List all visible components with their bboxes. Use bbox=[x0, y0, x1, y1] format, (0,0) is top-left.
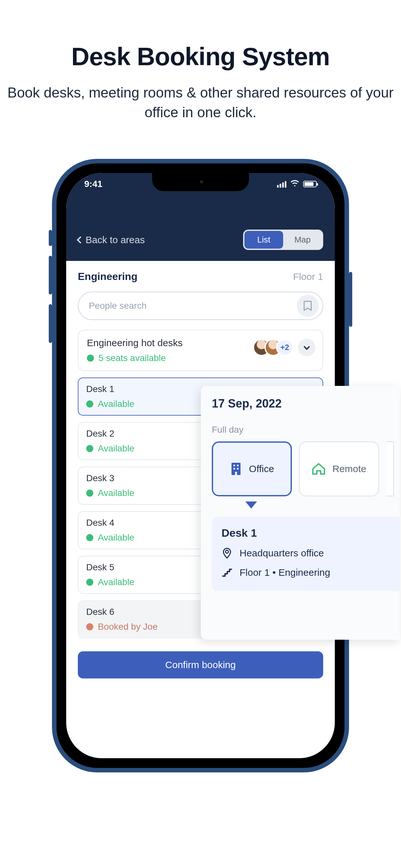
phone-silence-switch bbox=[49, 230, 52, 246]
selected-desk-name: Desk 1 bbox=[221, 527, 390, 539]
status-dot-icon bbox=[86, 445, 93, 452]
status-dot-icon bbox=[86, 400, 93, 407]
booking-popover: 17 Sep, 2022 Full day Office Remote Desk… bbox=[201, 386, 400, 640]
building-icon bbox=[229, 461, 243, 476]
hero-subtitle: Book desks, meeting rooms & other shared… bbox=[0, 83, 401, 122]
popover-duration: Full day bbox=[212, 425, 400, 435]
status-dot-icon bbox=[86, 490, 93, 497]
avatar-overflow-badge: +2 bbox=[276, 339, 294, 356]
desk-status: Available bbox=[98, 577, 134, 587]
view-toggle: List Map bbox=[243, 229, 323, 250]
chevron-left-icon bbox=[77, 236, 84, 244]
svg-rect-4 bbox=[237, 468, 239, 469]
desk-status: Available bbox=[98, 443, 134, 454]
chevron-down-icon bbox=[304, 344, 310, 350]
option-office-label: Office bbox=[249, 463, 274, 474]
avatar-stack: +2 bbox=[253, 339, 294, 356]
status-dot-icon bbox=[86, 579, 93, 586]
phone-notch bbox=[152, 173, 249, 191]
tab-map[interactable]: Map bbox=[283, 231, 322, 249]
hero-section: Desk Booking System Book desks, meeting … bbox=[0, 0, 401, 122]
battery-icon bbox=[303, 181, 317, 187]
desk-status: Available bbox=[98, 488, 134, 498]
tab-list[interactable]: List bbox=[244, 231, 283, 249]
wifi-icon bbox=[290, 179, 299, 189]
back-label: Back to areas bbox=[86, 235, 145, 245]
hot-desks-availability: 5 seats available bbox=[98, 353, 166, 363]
status-dot-icon bbox=[86, 534, 93, 541]
pin-icon bbox=[221, 548, 233, 559]
phone-power-button bbox=[349, 272, 352, 327]
popover-date: 17 Sep, 2022 bbox=[212, 397, 400, 410]
people-search-input[interactable]: People search bbox=[78, 291, 323, 320]
back-to-areas-link[interactable]: Back to areas bbox=[78, 235, 145, 245]
floor-label: Floor 1 bbox=[293, 271, 323, 282]
search-placeholder: People search bbox=[89, 301, 147, 311]
desk-status: Booked by Joe bbox=[98, 622, 158, 632]
status-time: 9:41 bbox=[84, 179, 102, 189]
svg-rect-5 bbox=[235, 472, 237, 475]
hero-title: Desk Booking System bbox=[0, 42, 401, 71]
hot-desks-card[interactable]: Engineering hot desks 5 seats available … bbox=[78, 330, 323, 371]
expand-button[interactable] bbox=[298, 339, 315, 356]
option-remote[interactable]: Remote bbox=[299, 441, 379, 496]
bookmark-icon bbox=[304, 301, 312, 311]
selected-indicator-icon bbox=[245, 501, 257, 508]
status-dot-icon bbox=[86, 623, 93, 630]
selected-desk-office: Headquarters office bbox=[240, 548, 324, 559]
svg-rect-1 bbox=[234, 465, 235, 466]
selected-desk-location: Floor 1 • Engineering bbox=[240, 567, 330, 578]
svg-rect-2 bbox=[237, 465, 239, 466]
phone-volume-down bbox=[49, 304, 52, 343]
area-title: Engineering bbox=[78, 271, 137, 283]
desk-status: Available bbox=[98, 532, 134, 543]
home-icon bbox=[312, 462, 326, 475]
confirm-booking-button[interactable]: Confirm booking bbox=[78, 651, 323, 678]
option-more[interactable] bbox=[386, 441, 394, 496]
svg-rect-3 bbox=[234, 468, 235, 469]
phone-volume-up bbox=[49, 256, 52, 294]
option-remote-label: Remote bbox=[332, 463, 366, 474]
selected-desk-card: Desk 1 Headquarters office Floor 1 • Eng… bbox=[212, 517, 400, 591]
cellular-icon bbox=[277, 181, 286, 188]
desk-status: Available bbox=[98, 399, 134, 409]
bookmark-button[interactable] bbox=[297, 295, 319, 317]
status-dot-icon bbox=[87, 354, 94, 362]
option-office[interactable]: Office bbox=[212, 441, 292, 496]
stairs-icon bbox=[221, 567, 233, 578]
